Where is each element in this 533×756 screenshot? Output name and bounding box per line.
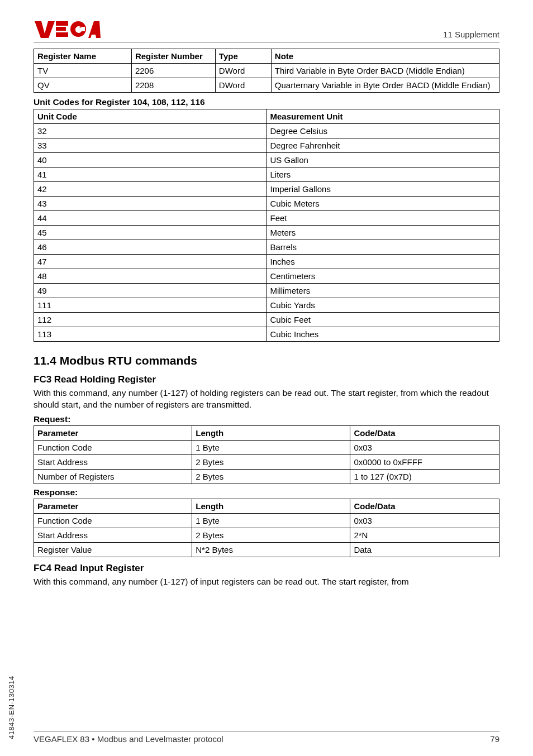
col-parameter: Parameter [34,425,192,440]
cell: N*2 Bytes [192,542,350,557]
cell: Number of Registers [34,469,192,484]
table-row: 32Degree Celsius [34,124,499,138]
cell: Start Address [34,528,192,542]
table-header-row: Parameter Length Code/Data [34,425,499,440]
col-length: Length [192,499,350,513]
fc3-response-label: Response: [34,487,499,497]
fc3-request-label: Request: [34,414,499,424]
fc3-response-table: Parameter Length Code/Data Function Code… [34,499,499,557]
fc4-body: With this command, any number (1-127) of… [34,576,499,588]
cell: 2208 [131,78,215,93]
cell: Start Address [34,454,192,469]
table-row: 47Inches [34,255,499,269]
cell: Quarternary Variable in Byte Order BACD … [271,78,499,93]
table-row: QV 2208 DWord Quarternary Variable in By… [34,78,499,93]
cell: 1 Byte [192,440,350,454]
table-header-row: Register Name Register Number Type Note [34,49,499,64]
cell: Liters [266,168,499,182]
svg-rect-2 [56,27,66,31]
cell: 2 Bytes [192,528,350,542]
cell: 113 [34,327,267,342]
cell: Register Value [34,542,192,557]
cell: Cubic Meters [266,197,499,211]
document-id-sidelabel: 41843-EN-130314 [7,676,16,739]
page-footer: VEGAFLEX 83 • Modbus and Levelmaster pro… [34,731,499,744]
col-measurement-unit: Measurement Unit [266,109,499,124]
table-row: 49Millimeters [34,284,499,298]
col-register-name: Register Name [34,49,132,64]
cell: 2206 [131,64,215,78]
table-header-row: Parameter Length Code/Data [34,499,499,513]
cell: Meters [266,226,499,240]
cell: 0x03 [350,440,499,454]
cell: 0x03 [350,513,499,528]
cell: Function Code [34,513,192,528]
cell: DWord [215,64,271,78]
cell: Cubic Yards [266,298,499,313]
table-row: 46Barrels [34,240,499,255]
cell: 2 Bytes [192,469,350,484]
cell: Data [350,542,499,557]
table-row: 111Cubic Yards [34,298,499,313]
col-type: Type [215,49,271,64]
cell: Degree Fahrenheit [266,138,499,153]
header-supplement: 11 Supplement [443,30,499,39]
table-row: Start Address2 Bytes0x0000 to 0xFFFF [34,454,499,469]
footer-left: VEGAFLEX 83 • Modbus and Levelmaster pro… [34,734,223,744]
cell: 47 [34,255,267,269]
cell: 40 [34,153,267,168]
cell: QV [34,78,132,93]
cell: 2 Bytes [192,454,350,469]
fc3-body: With this command, any number (1-127) of… [34,387,499,411]
page: 11 Supplement Register Name Register Num… [0,0,533,756]
cell: TV [34,64,132,78]
svg-marker-0 [35,21,55,38]
col-code-data: Code/Data [350,499,499,513]
cell: 48 [34,269,267,284]
col-note: Note [271,49,499,64]
cell: Cubic Inches [266,327,499,342]
col-length: Length [192,425,350,440]
cell: Cubic Feet [266,313,499,327]
table-row: 44Feet [34,211,499,226]
col-parameter: Parameter [34,499,192,513]
cell: 1 to 127 (0x7D) [350,469,499,484]
table-row: 43Cubic Meters [34,197,499,211]
table-row: Number of Registers2 Bytes1 to 127 (0x7D… [34,469,499,484]
table-header-row: Unit Code Measurement Unit [34,109,499,124]
cell: 41 [34,168,267,182]
page-header: 11 Supplement [34,19,499,43]
cell: 0x0000 to 0xFFFF [350,454,499,469]
table-row: Function Code1 Byte0x03 [34,440,499,454]
cell: Third Variable in Byte Order BACD (Middl… [271,64,499,78]
cell: 111 [34,298,267,313]
cell: 43 [34,197,267,211]
cell: 32 [34,124,267,138]
cell: 46 [34,240,267,255]
cell: US Gallon [266,153,499,168]
cell: Barrels [266,240,499,255]
table-row: Start Address2 Bytes2*N [34,528,499,542]
cell: DWord [215,78,271,93]
cell: 42 [34,182,267,197]
table-row: 33Degree Fahrenheit [34,138,499,153]
fc3-request-table: Parameter Length Code/Data Function Code… [34,425,499,484]
cell: 44 [34,211,267,226]
table-row: Function Code1 Byte0x03 [34,513,499,528]
vega-logo-icon [34,19,101,39]
cell: 112 [34,313,267,327]
table-row: Register ValueN*2 BytesData [34,542,499,557]
cell: 1 Byte [192,513,350,528]
col-code-data: Code/Data [350,425,499,440]
cell: Millimeters [266,284,499,298]
cell: Function Code [34,440,192,454]
col-unit-code: Unit Code [34,109,267,124]
logo [34,19,101,39]
cell: 2*N [350,528,499,542]
table-row: 48Centimeters [34,269,499,284]
cell: Inches [266,255,499,269]
cell: Centimeters [266,269,499,284]
cell: Feet [266,211,499,226]
unit-codes-heading: Unit Codes for Register 104, 108, 112, 1… [34,97,499,107]
fc4-heading: FC4 Read Input Register [34,563,499,574]
